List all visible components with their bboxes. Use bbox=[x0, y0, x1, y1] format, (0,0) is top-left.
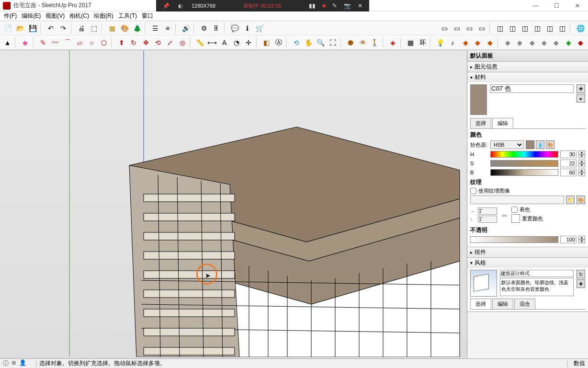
eraser-icon[interactable]: ◆ bbox=[20, 37, 31, 48]
look-icon[interactable]: 👁 bbox=[357, 37, 368, 48]
3d-viewport[interactable]: ➤ bbox=[0, 50, 467, 359]
ext3-icon[interactable]: ◆ bbox=[484, 37, 495, 48]
proj6-icon[interactable]: ◫ bbox=[556, 23, 568, 34]
ext6-icon[interactable]: ◆ bbox=[526, 37, 537, 48]
maximize-button[interactable]: ☐ bbox=[546, 0, 567, 12]
tray-title[interactable]: 默认面板 bbox=[467, 50, 588, 62]
styles-tab-edit[interactable]: 编辑 bbox=[492, 299, 513, 309]
open-icon[interactable]: 📂 bbox=[14, 23, 26, 34]
rect-icon[interactable]: ▱ bbox=[74, 37, 85, 48]
edit-texture-icon[interactable]: 🎨 bbox=[577, 196, 585, 204]
polygon-icon[interactable]: ⬠ bbox=[98, 37, 109, 48]
scale-icon[interactable]: ⤢ bbox=[165, 37, 176, 48]
person-icon[interactable]: 👤 bbox=[19, 359, 26, 368]
entity-info-header[interactable]: 图元信息 bbox=[467, 62, 588, 72]
style-update-icon[interactable]: ↻ bbox=[577, 270, 585, 278]
grid1-icon[interactable]: ▦ bbox=[405, 37, 416, 48]
style-name-input[interactable] bbox=[500, 270, 574, 277]
ext2-icon[interactable]: ◆ bbox=[472, 37, 483, 48]
pan-icon[interactable]: ✋ bbox=[303, 37, 314, 48]
match-icon[interactable]: 🎨 bbox=[546, 140, 554, 149]
menu-camera[interactable]: 相机(C) bbox=[68, 12, 91, 21]
close-recorder-icon[interactable]: ✕ bbox=[358, 2, 362, 9]
offset-icon[interactable]: ◎ bbox=[177, 37, 188, 48]
arc-icon[interactable]: ⌒ bbox=[62, 37, 73, 48]
material-swatch[interactable] bbox=[470, 84, 487, 115]
view3-icon[interactable]: ▭ bbox=[464, 23, 475, 34]
proj2-icon[interactable]: ◫ bbox=[507, 23, 518, 34]
sound-icon[interactable]: 🔊 bbox=[180, 23, 192, 34]
dimension-icon[interactable]: ⟷ bbox=[207, 37, 218, 48]
browse-texture-icon[interactable]: 📁 bbox=[566, 196, 575, 204]
position-icon[interactable]: ⬢ bbox=[345, 37, 356, 48]
minimize-button[interactable]: — bbox=[525, 0, 546, 12]
geo-icon[interactable]: ⊕ bbox=[11, 359, 16, 368]
paint-icon[interactable]: 🎨 bbox=[119, 23, 130, 34]
proj4-icon[interactable]: ◫ bbox=[531, 23, 543, 34]
bulb-icon[interactable]: 💡 bbox=[435, 37, 446, 48]
proj1-icon[interactable]: ◫ bbox=[494, 23, 506, 34]
adjust-icon[interactable]: 🎚 bbox=[211, 23, 222, 34]
grid2-icon[interactable]: 坏 bbox=[417, 37, 428, 48]
styles-header[interactable]: 风格 bbox=[467, 258, 588, 268]
texture-width-input[interactable] bbox=[478, 207, 497, 215]
pause-icon[interactable]: ▮▮ bbox=[309, 2, 316, 9]
model-icon[interactable]: ⬚ bbox=[88, 23, 100, 34]
freehand-icon[interactable]: 〰 bbox=[50, 37, 61, 48]
section-icon[interactable]: ◧ bbox=[261, 37, 272, 48]
print-icon[interactable]: 🖨 bbox=[76, 23, 87, 34]
view2-icon[interactable]: ▭ bbox=[451, 23, 463, 34]
reset-swatch[interactable] bbox=[511, 214, 520, 223]
close-button[interactable]: ✕ bbox=[567, 0, 588, 12]
menu-edit[interactable]: 编辑(E) bbox=[20, 12, 43, 21]
walk-icon[interactable]: 🚶 bbox=[369, 37, 380, 48]
menu-view[interactable]: 视图(V) bbox=[44, 12, 67, 21]
create-material-icon[interactable]: ✚ bbox=[577, 84, 585, 93]
bri-spinner[interactable]: ▴▾ bbox=[578, 169, 585, 176]
edit-icon[interactable]: ✎ bbox=[332, 2, 337, 9]
materials-tab-select[interactable]: 选择 bbox=[470, 118, 491, 128]
layers-icon[interactable]: ☰ bbox=[149, 23, 161, 34]
ext1-icon[interactable]: ◆ bbox=[460, 37, 471, 48]
followme-icon[interactable]: ↻ bbox=[128, 37, 139, 48]
picker-mode-select[interactable]: HSB bbox=[490, 140, 524, 149]
colorize-checkbox[interactable] bbox=[511, 207, 518, 213]
menu-window[interactable]: 窗口 bbox=[140, 12, 155, 21]
use-texture-checkbox[interactable] bbox=[470, 188, 476, 194]
ext9-icon[interactable]: ◆ bbox=[563, 37, 574, 48]
proj5-icon[interactable]: ◫ bbox=[544, 23, 555, 34]
info-icon[interactable]: ⓘ bbox=[3, 359, 9, 368]
note-icon[interactable]: ♪ bbox=[447, 37, 458, 48]
hue-input[interactable] bbox=[560, 150, 577, 158]
styles-tab-mix[interactable]: 混合 bbox=[514, 299, 535, 309]
menu-tools[interactable]: 工具(T) bbox=[116, 12, 139, 21]
current-color-swatch[interactable] bbox=[526, 140, 534, 149]
save-icon[interactable]: 💾 bbox=[27, 23, 38, 34]
materials-header[interactable]: 材料 bbox=[467, 72, 588, 82]
sat-slider[interactable] bbox=[490, 160, 558, 167]
ext5-icon[interactable]: ◆ bbox=[514, 37, 525, 48]
circle-icon[interactable]: ○ bbox=[86, 37, 97, 48]
hue-spinner[interactable]: ▴▾ bbox=[578, 150, 585, 158]
chat-icon[interactable]: 💬 bbox=[229, 23, 240, 34]
tree-icon[interactable]: 🌲 bbox=[131, 23, 143, 34]
globe-icon[interactable]: 🌐 bbox=[575, 23, 586, 34]
orbit-icon[interactable]: ⟲ bbox=[291, 37, 302, 48]
bri-input[interactable] bbox=[560, 169, 577, 176]
settings-icon[interactable]: ⚙ bbox=[198, 23, 210, 34]
camera-icon[interactable]: 📷 bbox=[344, 2, 351, 9]
pin-icon[interactable]: 📌 bbox=[163, 3, 170, 9]
style-new-icon[interactable]: ✚ bbox=[577, 279, 585, 288]
opacity-spinner[interactable]: ▴▾ bbox=[578, 236, 585, 243]
opacity-slider[interactable] bbox=[470, 236, 558, 243]
select-icon[interactable]: ▲ bbox=[2, 37, 13, 48]
hue-slider[interactable] bbox=[490, 151, 558, 158]
ext8-icon[interactable]: ◆ bbox=[551, 37, 562, 48]
texture-path-field[interactable] bbox=[470, 196, 564, 204]
style-thumbnail[interactable] bbox=[470, 270, 497, 297]
styles-tab-select[interactable]: 选择 bbox=[470, 299, 491, 309]
outliner-icon[interactable]: ≡ bbox=[162, 23, 173, 34]
new-icon[interactable]: 📄 bbox=[2, 23, 13, 34]
zoomext-icon[interactable]: ⛶ bbox=[327, 37, 338, 48]
3dtext-icon[interactable]: Ⓐ bbox=[273, 37, 284, 48]
